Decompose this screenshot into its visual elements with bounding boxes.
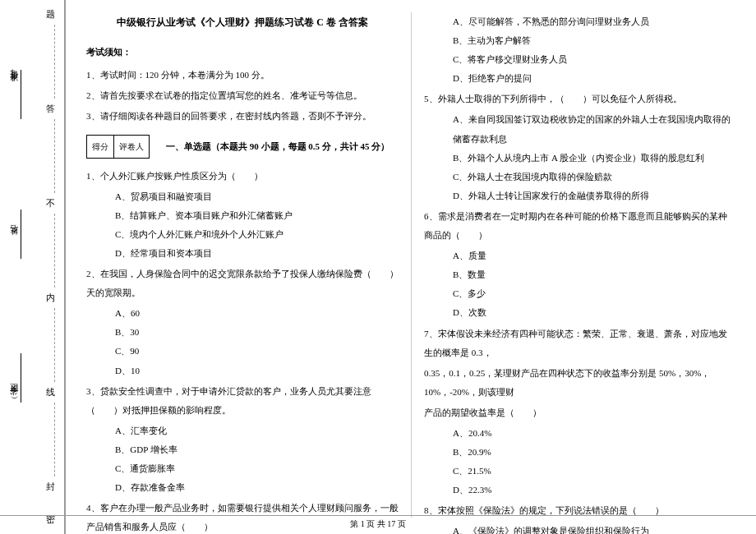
score-h2: 评卷人 xyxy=(114,136,149,158)
q2-b: B、30 xyxy=(115,323,399,342)
notice-3: 3、请仔细阅读各种题目的回答要求，在密封线内答题，否则不予评分。 xyxy=(86,107,399,126)
q2-d: D、10 xyxy=(115,361,399,380)
q3-c: C、通货膨胀率 xyxy=(115,459,399,478)
notice-head: 考试须知： xyxy=(86,43,399,62)
dotted xyxy=(54,403,55,476)
dotted xyxy=(54,119,55,193)
q5-d: D、外籍人士转让国家发行的金融债券取得的所得 xyxy=(453,186,735,205)
q7-a: A、20.4% xyxy=(453,424,735,443)
q6-b: B、数量 xyxy=(453,265,735,284)
dotted xyxy=(54,308,55,382)
underline xyxy=(21,209,53,259)
dotted xyxy=(54,214,55,288)
seal-5: 封 xyxy=(46,481,55,493)
q6-stem: 6、需求是消费者在一定时期内在各种可能的价格下愿意而且能够购买的某种商品的（ ） xyxy=(424,207,735,245)
q1-a: A、贸易项目和融资项目 xyxy=(115,187,399,206)
q3-a: A、汇率变化 xyxy=(115,421,399,440)
q4-c: C、将客户移交理财业务人员 xyxy=(453,50,735,69)
page-footer: 第 1 页 共 17 页 xyxy=(0,515,756,530)
q3-b: B、GDP 增长率 xyxy=(115,440,399,459)
q4-b: B、主动为客户解答 xyxy=(453,31,735,50)
q3-stem: 3、贷款安全性调查中，对于申请外汇贷款的客户，业务人员尤其要注意（ ）对抵押担保… xyxy=(86,382,399,420)
score-row: 得分 评卷人 一、单选题（本题共 90 小题，每题 0.5 分，共计 45 分） xyxy=(86,128,399,165)
binding-margin: 准考证号 姓名 省（市区） 题 答 不 内 线 封 密 xyxy=(0,0,66,534)
seal-4: 线 xyxy=(46,386,55,398)
seal-2: 不 xyxy=(46,197,55,209)
notice-2: 2、请首先按要求在试卷的指定位置填写您的姓名、准考证号等信息。 xyxy=(86,86,399,105)
section-1-head: 一、单选题（本题共 90 小题，每题 0.5 分，共计 45 分） xyxy=(166,137,390,156)
q1-d: D、经常项目和资本项目 xyxy=(115,244,399,263)
left-column: 中级银行从业考试《个人理财》押题练习试卷 C 卷 含答案 考试须知： 1、考试时… xyxy=(74,12,411,518)
vlabel-name: 姓名 xyxy=(8,238,20,242)
q7-stem-l1: 7、宋体假设未来经济有四种可能状态：繁荣、正常、衰退、萧条，对应地发生的概率是 … xyxy=(424,325,735,362)
q6-d: D、次数 xyxy=(453,303,735,322)
q7-stem-l3: 产品的期望收益率是（ ） xyxy=(424,403,735,422)
score-h1: 得分 xyxy=(87,136,114,158)
q7-c: C、21.5% xyxy=(453,462,735,481)
q5-stem: 5、外籍人士取得的下列所得中，（ ）可以免征个人所得税。 xyxy=(424,90,735,108)
q7-b: B、20.9% xyxy=(453,443,735,462)
doc-title: 中级银行从业考试《个人理财》押题练习试卷 C 卷 含答案 xyxy=(86,12,399,33)
vlabel-exam-id: 准考证号 xyxy=(8,82,20,89)
q2-c: C、90 xyxy=(115,342,399,361)
q1-stem: 1、个人外汇账户按账户性质区分为（ ） xyxy=(86,167,399,186)
score-box: 得分 评卷人 xyxy=(86,135,150,159)
seal-0: 题 xyxy=(46,8,55,21)
seal-1: 答 xyxy=(46,103,55,115)
q6-c: C、多少 xyxy=(453,284,735,303)
q2-a: A、60 xyxy=(115,304,399,323)
right-column: A、尽可能解答，不熟悉的部分询问理财业务人员 B、主动为客户解答 C、将客户移交… xyxy=(411,12,748,518)
q2-stem: 2、在我国，人身保险合同中的迟交宽限条款给予了投保人缴纳保险费（ ）天的宽限期。 xyxy=(86,265,399,302)
q6-a: A、质量 xyxy=(453,246,735,265)
q7-d: D、22.3% xyxy=(453,481,735,499)
notice-1: 1、考试时间：120 分钟，本卷满分为 100 分。 xyxy=(86,66,399,85)
q4-d: D、拒绝客户的提问 xyxy=(453,69,735,88)
q5-b: B、外籍个人从境内上市 A 股企业（内资企业）取得的股息红利 xyxy=(453,149,735,168)
dotted xyxy=(54,25,55,99)
vlabel-province: 省（市区） xyxy=(8,394,20,403)
q1-c: C、境内个人外汇账户和境外个人外汇账户 xyxy=(115,225,399,244)
q5-c: C、外籍人士在我国境内取得的保险赔款 xyxy=(453,168,735,186)
q1-b: B、结算账户、资本项目账户和外汇储蓄账户 xyxy=(115,206,399,225)
q4-a: A、尽可能解答，不熟悉的部分询问理财业务人员 xyxy=(453,12,735,31)
q3-d: D、存款准备金率 xyxy=(115,478,399,497)
seal-3: 内 xyxy=(46,292,55,304)
q5-a: A、来自同我国签订双边税收协定的国家的外籍人士在我国境内取得的储蓄存款利息 xyxy=(453,110,735,148)
content-area: 中级银行从业考试《个人理财》押题练习试卷 C 卷 含答案 考试须知： 1、考试时… xyxy=(74,12,748,518)
q7-stem-l2: 0.35，0.1，0.25，某理财产品在四种状态下的收益率分别是 50%，30%… xyxy=(424,364,735,402)
